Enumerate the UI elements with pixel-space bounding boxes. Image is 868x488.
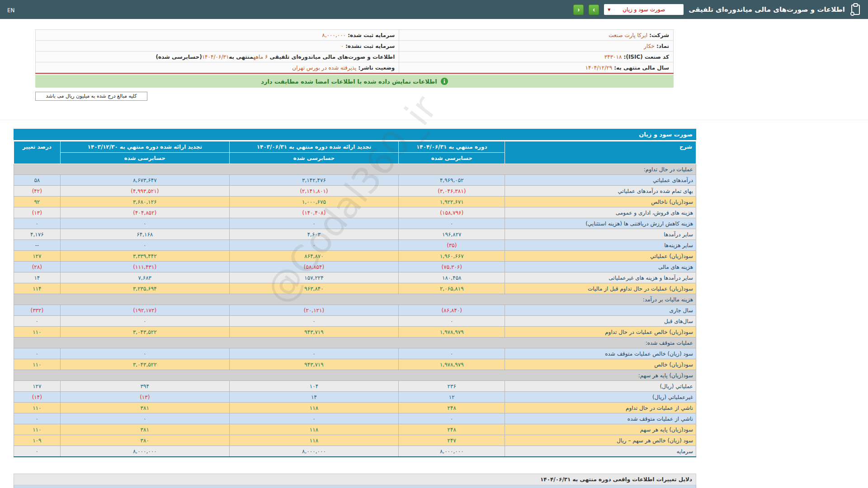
info-value: ایرکا پارت صنعت (609, 32, 647, 38)
row-label: هزینه های مالی (505, 262, 696, 272)
cell-value: ۰ (14, 348, 61, 359)
cell-value: ۱۱۸ (229, 403, 398, 413)
cell-value: ۳۸۱ (60, 403, 229, 413)
info-label: نماد: (655, 43, 669, 49)
cell-value: ۴,۶۰۳ (229, 229, 398, 240)
language-toggle-en[interactable]: EN (7, 7, 15, 14)
data-row: ناشي از عملیات متوقف شده۰۰۰۰ (14, 413, 696, 424)
cell-value: ۱۱۰ (14, 327, 61, 338)
cell-value: ۳,۲۳۵,۶۹۴ (60, 283, 229, 294)
info-value: ۸,۰۰۰,۰۰۰ (322, 32, 346, 38)
data-row: هزینه های فروش، اداری و عمومی(۱۵۸,۷۹۶)(۱… (14, 207, 696, 218)
row-label: سود(زیان) عملیات در حال تداوم قبل از مال… (505, 283, 696, 294)
row-label: عملیاتي (ریال) (505, 381, 696, 392)
data-row: هزینه های مالی(۷۵,۳۰۶)(۵۸,۸۵۴)(۱۱۱,۴۳۱)(… (14, 262, 696, 272)
info-label: سال مالی منتهی به: (612, 65, 669, 71)
statement-select-value: صورت سود و زیان (623, 6, 665, 13)
data-row: سایر درآمدها و هزینه های غیرعملیاتی۱۸۰,۴… (14, 272, 696, 283)
data-row: سود(زیان) پایه هر سهم۲۴۸۱۱۸۳۸۱۱۱۰ (14, 424, 696, 435)
cell-value: ۲۴۸ (399, 403, 505, 413)
cell-value: ۰ (229, 240, 398, 251)
audited-label: حسابرسی شده (399, 153, 505, 164)
cell-value: ۳۸۱ (60, 424, 229, 435)
data-row: عملیاتي (ریال)۲۳۶۱۰۴۳۹۴۱۲۷ (14, 381, 696, 392)
row-label: سود(زیان) خالص عملیات در حال تداوم (505, 327, 696, 338)
section-label: عملیات متوقف شده: (14, 338, 696, 348)
data-row: سود(زیان) عملیاتي۱,۹۶۰,۶۶۷۸۶۴,۸۷۰۳,۳۳۹,۴… (14, 251, 696, 262)
data-row: سال جاری(۸۶,۸۴۰)(۲۰,۱۲۱)(۱۹۲,۱۷۲)(۳۳۲) (14, 305, 696, 316)
company-info-cell-right: نماد: خکار (399, 41, 674, 52)
company-info-row: سال مالی منتهی به: ۱۴۰۴/۱۲/۲۹وضعیت ناشر:… (36, 62, 674, 74)
audited-label: حسابرسی شده (60, 153, 229, 164)
row-label: سود (زیان) خالص عملیات متوقف شده (505, 348, 696, 359)
column-header-restated-yearend: تجدید ارائه شده دوره منتهي به ۱۴۰۳/۱۲/۳۰ (60, 141, 229, 153)
row-label: هزینه های فروش، اداری و عمومی (505, 207, 696, 218)
signature-match-text: اطلاعات نمایش داده شده با اطلاعات امضا ش… (261, 78, 437, 85)
row-label: سود(زیان) پایه هر سهم (505, 424, 696, 435)
company-info-cell-right: شرکت: ایرکا پارت صنعت (399, 30, 674, 41)
row-label: سود(زیان) خالص (505, 359, 696, 370)
income-statement-section: صورت سود و زیان شرح دوره منتهي به ۱۴۰۴/۰… (14, 129, 696, 457)
audited-label: حسابرسی شده (229, 153, 398, 164)
data-row: هزینه کاهش ارزش دریافتنی ها (هزینه استثن… (14, 218, 696, 229)
cell-value: ۰ (229, 218, 398, 229)
page-title: اطلاعات و صورت‌های مالی میاندوره‌ای تلفی… (689, 5, 845, 14)
cell-value: ۰ (399, 413, 505, 424)
data-row: سود(زیان) خالص عملیات در حال تداوم۱,۹۷۸,… (14, 327, 696, 338)
cell-value: ۰ (14, 316, 61, 327)
company-info-row: کد صنعت (ISIC): ۳۴۳۰۱۸اطلاعات و صورت‌های… (36, 52, 674, 62)
section-row: عملیات متوقف شده: (14, 338, 696, 348)
cell-value: ۱۱۰ (14, 403, 61, 413)
cell-value: ۳,۰۴۳,۵۲۲ (60, 359, 229, 370)
cell-value: ۱,۹۷۸,۹۷۹ (399, 327, 505, 338)
info-icon: i (441, 78, 448, 85)
cell-value: ۹۲ (14, 197, 61, 207)
statement-select[interactable]: ▾ صورت سود و زیان (604, 4, 684, 15)
section-label: سود(زیان) پایه هر سهم: (14, 370, 696, 381)
row-label: سال‌های قبل (505, 316, 696, 327)
data-row: سود(زیان) ناخالص۱,۹۲۲,۶۷۱۱,۰۰۰,۶۷۵۳,۶۸۰,… (14, 197, 696, 207)
info-label: (حسابرسی شده) (156, 54, 202, 60)
cell-value: ۸۶۴,۸۷۰ (229, 251, 398, 262)
row-label: سرمایه (505, 446, 696, 457)
cell-value: ۱۱۰ (14, 424, 61, 435)
cell-value: ۰ (60, 240, 229, 251)
cell-value: ۰ (229, 316, 398, 327)
amounts-unit-note: کلیه مبالغ درج شده به میلیون ریال می باش… (35, 92, 147, 101)
column-header-restated-midyear: تجدید ارائه شده دوره منتهي به ۱۴۰۳/۰۶/۳۱ (229, 141, 398, 153)
nav-back-button[interactable]: ‹ (573, 5, 584, 15)
changes-reason-section: دلایل تغییرات اطلاعات واقعی دوره منتهی ب… (14, 474, 696, 488)
topbar-left-group: EN (7, 5, 15, 14)
info-value: ۳۴۳۰۱۸ (604, 54, 622, 60)
cell-value: ۹۴۳,۷۱۹ (229, 327, 398, 338)
info-label: وضعیت ناشر: (356, 65, 395, 71)
nav-forward-button[interactable]: › (589, 5, 599, 15)
row-label: درآمدهای عملیاتي (505, 175, 696, 186)
cell-value: ۳۸۰ (60, 435, 229, 446)
cell-value: ۱۴ (14, 272, 61, 283)
company-info-cell-right: سال مالی منتهی به: ۱۴۰۴/۱۲/۲۹ (399, 62, 674, 74)
row-label: هزینه کاهش ارزش دریافتنی ها (هزینه استثن… (505, 218, 696, 229)
company-info-cell-right: کد صنعت (ISIC): ۳۴۳۰۱۸ (399, 52, 674, 62)
cell-value: ۰ (399, 218, 505, 229)
section-label: هزینه مالیات بر درآمد: (14, 294, 696, 305)
cell-value: (۱۱۱,۴۳۱) (60, 262, 229, 272)
cell-value: ۱۱۰ (14, 359, 61, 370)
cell-value: ۲,۰۶۵,۸۱۹ (399, 283, 505, 294)
cell-value: (۲,۱۴۱,۸۰۱) (229, 186, 398, 197)
row-label: ناشي از عملیات در حال تداوم (505, 403, 696, 413)
info-label: منتهی به (229, 54, 253, 60)
row-label: بهای تمام شده درآمدهای عملیاتي (505, 186, 696, 197)
cell-value: ۴,۹۶۹,۰۵۲ (399, 175, 505, 186)
cell-value: ۴,۱۷۶ (14, 229, 61, 240)
info-label: اطلاعات و صورت‌های مالی میاندوره‌ای تلفی… (268, 54, 395, 60)
cell-value: ۱۲۷ (14, 251, 61, 262)
cell-value: ۰ (14, 413, 61, 424)
cell-value: ۸,۶۷۳,۶۴۷ (60, 175, 229, 186)
cell-value: ۰ (14, 446, 61, 457)
cell-value: ۱۹۶,۸۲۷ (399, 229, 505, 240)
cell-value: ۱۸۰,۴۵۸ (399, 272, 505, 283)
changes-reason-partial-row (14, 485, 696, 488)
cell-value: (۵۸,۸۵۴) (229, 262, 398, 272)
row-label: سود (زیان) خالص هر سهم – ریال (505, 435, 696, 446)
